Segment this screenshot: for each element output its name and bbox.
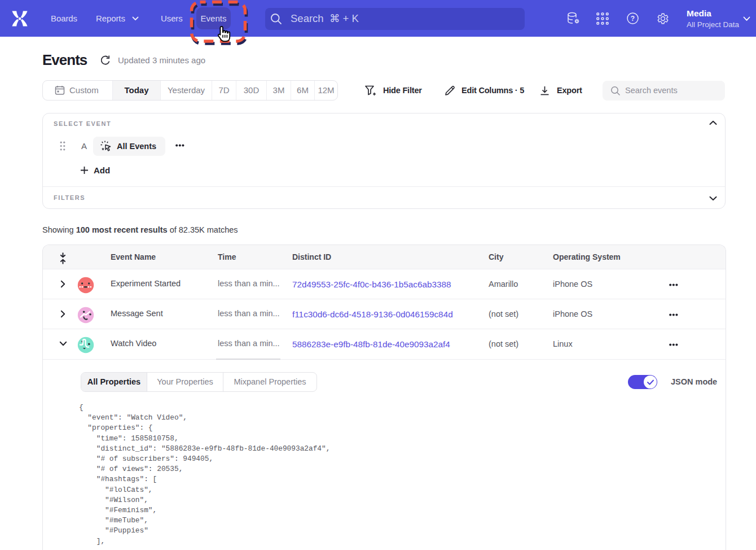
svg-text:?: ? xyxy=(631,15,635,23)
